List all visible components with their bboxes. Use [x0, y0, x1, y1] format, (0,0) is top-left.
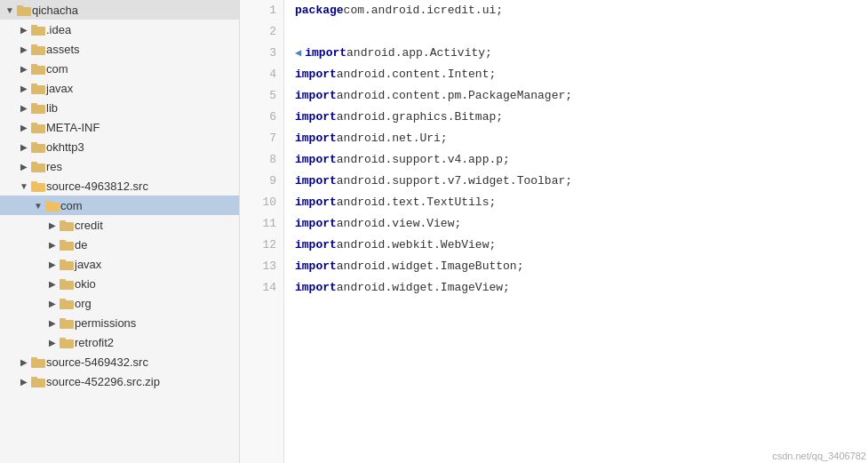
sidebar-item-lib[interactable]: ▶ lib	[0, 98, 239, 117]
sidebar-item-javax[interactable]: ▶ javax	[0, 78, 239, 98]
svg-rect-13	[31, 123, 37, 125]
folder-icon	[59, 317, 75, 329]
sidebar-item-label: META-INF	[46, 121, 239, 134]
sidebar-item-okio[interactable]: ▶ okio	[0, 274, 239, 293]
sidebar-item-retrofit2[interactable]: ▶ retrofit2	[0, 332, 239, 352]
line-number-14: 14	[247, 277, 276, 299]
svg-rect-14	[31, 144, 45, 153]
sidebar-item-label: source-4963812.src	[46, 180, 239, 193]
folder-icon	[59, 337, 75, 348]
code-line-12: import android.webkit.WebView;	[295, 235, 857, 256]
sidebar-item-label: org	[75, 297, 239, 310]
svg-rect-18	[31, 183, 45, 192]
code-line-7: import android.net.Uri;	[295, 128, 857, 149]
sidebar-item-label: de	[75, 238, 239, 251]
svg-rect-24	[60, 242, 74, 251]
svg-rect-30	[60, 300, 74, 309]
code-line-10: import android.text.TextUtils;	[295, 192, 857, 213]
arrow-icon: ▼	[18, 181, 30, 191]
sidebar-item-credit[interactable]: ▶ credit	[0, 215, 239, 235]
sidebar-item-label: permissions	[75, 316, 239, 330]
sidebar-item-assets[interactable]: ▶ assets	[0, 39, 239, 59]
svg-rect-11	[31, 103, 37, 106]
code-editor: 1234567891011121314 package com.android.…	[240, 0, 868, 463]
arrow-icon: ▼	[32, 201, 44, 211]
sidebar-item-label: assets	[46, 43, 239, 56]
folder-icon	[30, 24, 46, 36]
svg-rect-12	[31, 124, 45, 133]
arrow-icon: ▶	[18, 377, 30, 387]
line-number-6: 6	[247, 107, 276, 128]
svg-rect-16	[31, 164, 45, 172]
sidebar-item-label: retrofit2	[75, 336, 239, 349]
sidebar-item-source-452296[interactable]: ▶ source-452296.src.zip	[0, 371, 239, 391]
code-line-1: package com.android.icredit.ui;	[295, 0, 857, 21]
svg-rect-21	[45, 201, 52, 204]
code-line-2	[295, 21, 857, 43]
code-line-13: import android.widget.ImageButton;	[295, 256, 857, 277]
sidebar-item-source-5469432[interactable]: ▶ source-5469432.src	[0, 352, 239, 371]
sidebar-item-label: credit	[75, 219, 239, 232]
svg-rect-23	[60, 220, 66, 223]
svg-rect-7	[31, 64, 37, 67]
arrow-icon: ▶	[18, 64, 30, 74]
arrow-icon: ▶	[46, 220, 59, 230]
sidebar-item-source-4963812[interactable]: ▼ source-4963812.src	[0, 176, 239, 196]
sidebar-root-label: qichacha	[32, 4, 239, 17]
line-number-10: 10	[247, 192, 276, 213]
svg-rect-26	[60, 261, 74, 270]
folder-icon	[16, 4, 32, 16]
svg-rect-19	[31, 181, 37, 184]
sidebar-item-com2[interactable]: ▼ com	[0, 196, 239, 215]
svg-rect-31	[60, 299, 66, 301]
arrow-icon: ▶	[18, 142, 30, 152]
sidebar-item-com[interactable]: ▶ com	[0, 59, 239, 78]
svg-rect-37	[31, 357, 37, 360]
svg-rect-5	[31, 44, 37, 47]
sidebar-item-label: com	[46, 62, 239, 76]
svg-rect-28	[60, 281, 74, 290]
svg-rect-9	[31, 84, 37, 86]
svg-rect-38	[31, 379, 45, 387]
svg-rect-0	[17, 7, 31, 16]
folder-icon	[30, 161, 46, 172]
sidebar-item-de[interactable]: ▶ de	[0, 235, 239, 254]
folder-icon	[44, 200, 60, 212]
sidebar-item-okhttp3[interactable]: ▶ okhttp3	[0, 137, 239, 156]
sidebar-root[interactable]: ▼ qichacha	[0, 0, 239, 20]
sidebar-item-org[interactable]: ▶ org	[0, 293, 239, 313]
svg-rect-2	[31, 27, 45, 36]
code-line-14: import android.widget.ImageView;	[295, 277, 857, 299]
sidebar-item-idea[interactable]: ▶ .idea	[0, 20, 239, 39]
arrow-icon: ▶	[46, 259, 59, 269]
line-number-8: 8	[247, 149, 276, 171]
file-tree[interactable]: ▼ qichacha ▶ .idea ▶ assets ▶	[0, 0, 240, 463]
folder-icon	[59, 278, 75, 290]
code-content: package com.android.icredit.ui; ◀import …	[284, 0, 868, 463]
folder-icon	[30, 376, 46, 387]
sidebar-item-permissions[interactable]: ▶ permissions	[0, 313, 239, 332]
arrow-icon: ▶	[46, 338, 59, 347]
svg-rect-39	[31, 377, 37, 379]
svg-rect-34	[60, 339, 74, 348]
sidebar-item-label: com	[60, 199, 239, 212]
svg-rect-29	[60, 279, 66, 282]
folder-icon	[30, 122, 46, 133]
sidebar-item-javax2[interactable]: ▶ javax	[0, 254, 239, 274]
svg-rect-27	[60, 259, 66, 262]
arrow-icon: ▶	[18, 123, 30, 132]
sidebar-item-label: lib	[46, 101, 239, 115]
sidebar-item-meta-inf[interactable]: ▶ META-INF	[0, 117, 239, 137]
sidebar-item-res[interactable]: ▶ res	[0, 156, 239, 176]
folder-icon	[59, 298, 75, 309]
sidebar-item-label: .idea	[46, 23, 239, 36]
code-line-5: import android.content.pm.PackageManager…	[295, 85, 857, 107]
line-numbers: 1234567891011121314	[240, 0, 284, 463]
svg-rect-4	[31, 46, 45, 55]
arrow-icon: ▶	[46, 240, 59, 250]
folder-icon	[30, 102, 46, 114]
folder-icon	[30, 83, 46, 94]
line-number-9: 9	[247, 171, 276, 192]
line-number-4: 4	[247, 64, 276, 85]
arrow-icon: ▶	[18, 84, 30, 93]
